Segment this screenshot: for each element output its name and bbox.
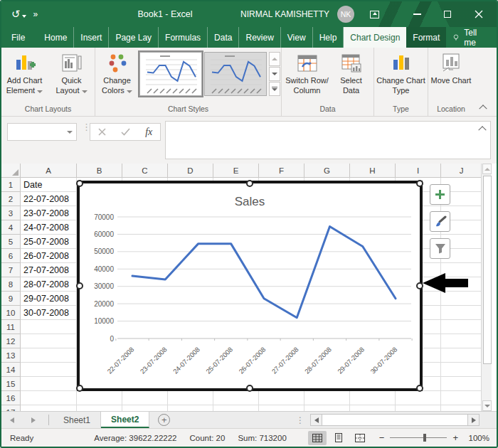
close-button[interactable] [467, 1, 491, 27]
cell-A17[interactable] [21, 405, 77, 411]
insert-function-button[interactable]: fx [145, 127, 152, 138]
undo-button[interactable]: ↺ [11, 8, 26, 21]
cell-F17[interactable] [259, 405, 304, 411]
row-header-16[interactable]: 16 [1, 391, 21, 405]
row-header-12[interactable]: 12 [1, 334, 21, 348]
status-count[interactable]: Count: 20 [190, 434, 226, 442]
scroll-down-button[interactable] [482, 400, 492, 411]
cell-A10[interactable]: 30-07-2008 [21, 306, 77, 320]
name-box-dropdown-icon[interactable] [67, 131, 73, 134]
cell-A4[interactable]: 24-07-2008 [21, 220, 77, 235]
resize-handle-bottom-left[interactable] [76, 385, 83, 392]
cell-J16[interactable] [441, 391, 482, 405]
sales-chart[interactable]: Sales01000020000300004000050000600007000… [77, 181, 423, 391]
gallery-up-button[interactable] [269, 52, 280, 66]
cell-D17[interactable] [168, 405, 213, 411]
chart-elements-button[interactable] [430, 184, 450, 205]
add-chart-element-button[interactable]: Add Chart Element [2, 50, 48, 96]
zoom-out-button[interactable]: − [379, 432, 385, 443]
cell-H17[interactable] [350, 405, 396, 411]
tab-page-lay[interactable]: Page Lay [109, 27, 159, 48]
row-header-15[interactable]: 15 [1, 377, 21, 391]
cell-J14[interactable] [441, 363, 482, 377]
row-header-4[interactable]: 4 [1, 220, 21, 235]
cell-J13[interactable] [441, 348, 482, 363]
cell-J15[interactable] [441, 377, 482, 391]
row-header-17[interactable]: 17 [1, 405, 21, 411]
cell-H16[interactable] [350, 391, 396, 405]
row-header-9[interactable]: 9 [1, 292, 21, 306]
status-average[interactable]: Average: 39622.22222 [94, 434, 176, 442]
zoom-level[interactable]: 100% [464, 434, 489, 442]
cell-J12[interactable] [441, 334, 482, 348]
column-header-G[interactable]: G [304, 164, 350, 178]
column-header-H[interactable]: H [350, 164, 396, 178]
row-header-11[interactable]: 11 [1, 320, 21, 334]
tab-review[interactable]: Review [239, 27, 280, 48]
zoom-slider-thumb[interactable] [423, 434, 426, 442]
cell-A16[interactable] [21, 391, 77, 405]
tab-format[interactable]: Format [406, 27, 446, 48]
gallery-down-button[interactable] [269, 67, 280, 81]
row-header-5[interactable]: 5 [1, 235, 21, 249]
resize-handle-left[interactable] [76, 282, 83, 289]
cell-G17[interactable] [304, 405, 350, 411]
change-colors-button[interactable]: Change Colors [97, 50, 138, 96]
cell-C16[interactable] [122, 391, 168, 405]
cell-A5[interactable]: 25-07-2008 [21, 235, 77, 249]
new-sheet-button[interactable]: + [158, 414, 170, 426]
tab-file[interactable]: File [1, 27, 35, 48]
cell-J9[interactable] [441, 292, 482, 306]
status-sum[interactable]: Sum: 713200 [238, 434, 286, 442]
select-data-button[interactable]: Select Data [332, 50, 371, 96]
page-layout-view-button[interactable] [329, 431, 348, 445]
scroll-right-button[interactable] [468, 415, 479, 425]
zoom-slider[interactable] [390, 437, 447, 439]
tab-formulas[interactable]: Formulas [159, 27, 208, 48]
cell-B16[interactable] [77, 391, 122, 405]
enter-icon[interactable] [121, 128, 130, 136]
cell-D16[interactable] [168, 391, 213, 405]
cell-A7[interactable]: 27-07-2008 [21, 263, 77, 277]
tab-home[interactable]: Home [38, 27, 74, 48]
cell-F16[interactable] [259, 391, 304, 405]
cell-I16[interactable] [396, 391, 441, 405]
cell-E17[interactable] [213, 405, 259, 411]
cell-A11[interactable] [21, 320, 77, 334]
cell-E16[interactable] [213, 391, 259, 405]
column-header-D[interactable]: D [168, 164, 213, 178]
cell-A3[interactable]: 23-07-2008 [21, 206, 77, 220]
vertical-scroll-thumb[interactable] [483, 176, 492, 364]
column-header-F[interactable]: F [259, 164, 304, 178]
minimize-button[interactable] [405, 1, 429, 27]
ribbon-display-options-button[interactable] [362, 1, 386, 27]
row-header-2[interactable]: 2 [1, 192, 21, 206]
cell-B17[interactable] [77, 405, 122, 411]
row-header-10[interactable]: 10 [1, 306, 21, 320]
row-header-13[interactable]: 13 [1, 348, 21, 363]
chart-style-2-thumbnail[interactable] [204, 52, 267, 96]
select-all-corner[interactable] [1, 164, 21, 178]
row-header-1[interactable]: 1 [1, 178, 21, 192]
maximize-button[interactable] [435, 1, 460, 27]
row-header-14[interactable]: 14 [1, 363, 21, 377]
sheet-tab-sheet1[interactable]: Sheet1 [53, 412, 101, 428]
tab-view[interactable]: View [281, 27, 313, 48]
resize-handle-top[interactable] [246, 180, 253, 187]
normal-view-button[interactable] [308, 431, 327, 445]
chart-filters-button[interactable] [430, 238, 450, 259]
cell-A2[interactable]: 22-07-2008 [21, 192, 77, 206]
tab-data[interactable]: Data [208, 27, 239, 48]
resize-handle-bottom[interactable] [246, 385, 253, 392]
cell-J11[interactable] [441, 320, 482, 334]
column-header-A[interactable]: A [21, 164, 77, 178]
row-header-8[interactable]: 8 [1, 277, 21, 292]
collapse-ribbon-button[interactable] [477, 102, 489, 112]
scroll-left-button[interactable] [311, 415, 322, 425]
cell-A13[interactable] [21, 348, 77, 363]
tell-me[interactable]: Tell me [446, 27, 487, 48]
cell-J10[interactable] [441, 306, 482, 320]
vertical-scrollbar[interactable] [481, 164, 492, 411]
tab-insert[interactable]: Insert [74, 27, 109, 48]
account-name[interactable]: NIRMAL KAMISHETTY [240, 9, 329, 19]
